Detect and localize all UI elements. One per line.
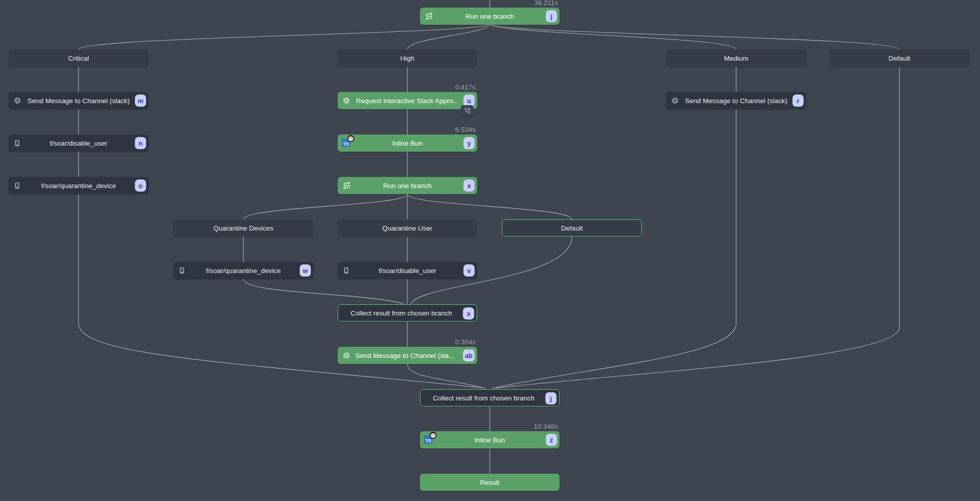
flow-node-disable-user-sub[interactable]: f/soar/disable_user v [338,262,477,279]
suspend-approval-chip[interactable] [461,105,474,116]
edge [490,24,900,50]
slack-icon [671,97,679,105]
flow-node-quarantine-device-critical[interactable]: f/soar/quarantine_device o [9,177,149,194]
node-id-badge: x [463,179,475,192]
node-id-badge: m [135,95,146,107]
node-label: Collect result from chosen branch [428,394,540,402]
slack-icon [343,97,350,105]
branch-header-critical[interactable]: Critical [9,50,149,67]
edge [492,109,736,388]
flow-node-run-one-branch-inner[interactable]: Run one branch x [338,177,477,194]
node-label: Send Message to Channel (sla... [353,352,457,359]
edge [79,24,490,50]
flow-node-inline-bun-final[interactable]: 10.348s TS Inline Bun z [420,431,559,448]
node-id-badge: j [545,392,556,404]
branch-label: High [343,55,472,62]
edge [490,24,736,50]
workspace-script-icon [14,182,21,189]
node-label: Collect result from chosen branch [345,309,457,317]
node-id-badge: v [463,264,475,277]
branch-label: Quarantine User [343,224,472,232]
flow-node-collect-result-inner[interactable]: Collect result from chosen branch x [338,304,477,322]
edge [244,279,404,304]
typescript-icon: TS [424,435,433,444]
flow-node-run-one-branch-top[interactable]: 36.211s Run one branch j [420,8,559,25]
node-label: f/soar/disable_user [23,140,134,147]
flow-node-inline-bun-high[interactable]: 6.534s TS Inline Bun y [338,134,477,152]
node-label: Inline Bun [434,436,545,444]
node-label: Send Message to Channel (slack) [680,97,792,105]
node-id-badge: n [135,137,146,149]
flow-node-send-message-high[interactable]: 0.304s Send Message to Channel (sla... a… [338,347,477,364]
branch-label: Default [507,224,636,232]
workspace-script-icon [178,267,185,274]
node-id-badge: o [135,179,146,192]
node-id-badge: w [300,264,311,277]
branch-label: Critical [14,55,144,62]
node-label: f/soar/quarantine_device [23,182,134,190]
flow-node-quarantine-device-sub[interactable]: f/soar/quarantine_device w [173,262,313,279]
flow-node-send-message-critical[interactable]: Send Message to Channel (slack) m [9,92,149,109]
node-label: Result [434,479,545,486]
workspace-script-icon [343,267,350,274]
branch-header-medium[interactable]: Medium [666,50,806,67]
edge [407,24,490,50]
node-label: Request Interactive Slack Appro... [352,97,463,105]
node-id-badge: r [792,95,804,107]
branch-header-default-selected[interactable]: Default [502,219,642,237]
route-branch-icon [425,12,433,20]
branch-header-quarantine-devices[interactable]: Quarantine Devices [173,219,313,237]
branch-label: Quarantine Devices [178,224,308,232]
node-label: Inline Bun [352,140,463,147]
node-label: Send Message to Channel (slack) [23,97,134,105]
branch-label: Default [834,55,964,62]
node-id-badge: j [546,10,557,22]
workspace-script-icon [14,140,21,147]
flow-node-send-message-medium[interactable]: Send Message to Channel (slack) r [666,92,806,109]
flow-node-collect-result-outer[interactable]: Collect result from chosen branch j [420,389,559,406]
bun-icon [430,432,437,439]
flow-node-disable-user-critical[interactable]: f/soar/disable_user n [9,134,149,152]
node-label: f/soar/quarantine_device [188,267,299,275]
edge [244,194,408,219]
branch-label: Medium [671,55,801,62]
flow-node-request-slack-approval[interactable]: 0.417s Request Interactive Slack Appro..… [338,92,477,109]
bun-icon [347,135,354,142]
slack-icon [14,97,21,105]
edge [407,364,485,388]
node-id-badge: z [546,434,557,446]
route-branch-icon [343,181,351,190]
node-id-badge: y [463,137,475,149]
node-id-badge: ab [463,349,475,361]
node-label: Run one branch [352,182,463,190]
edge [407,194,572,219]
branch-header-quarantine-user[interactable]: Quarantine User [338,219,477,237]
flow-edges [0,0,980,501]
node-label: Run one branch [434,13,545,20]
slack-icon [343,352,350,359]
flow-node-result[interactable]: Result [420,474,559,491]
node-id-badge: x [463,307,474,320]
branch-header-default[interactable]: Default [829,50,969,67]
typescript-icon: TS [342,139,350,147]
flow-graph-canvas: 36.211s Run one branch j Critical High M… [0,0,980,501]
branch-header-high[interactable]: High [338,50,477,67]
node-label: f/soar/disable_user [352,267,463,275]
phone-incoming-icon [464,108,471,114]
